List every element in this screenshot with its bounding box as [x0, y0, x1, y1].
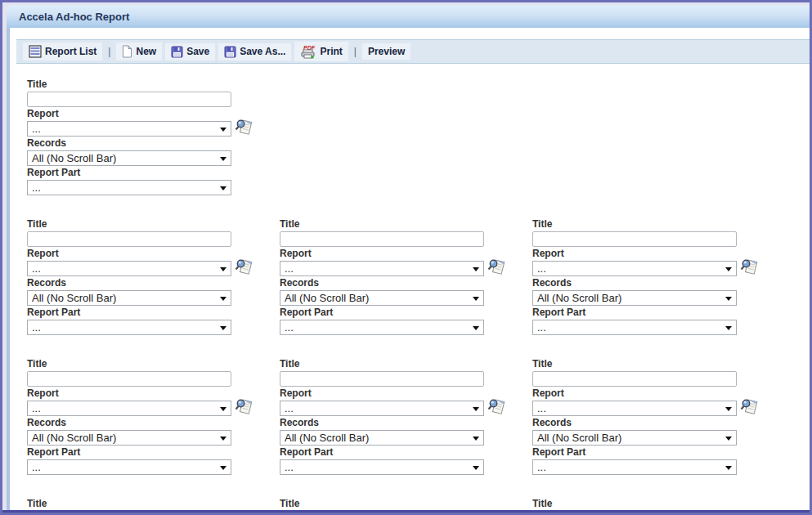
records-select-value: All (No Scroll Bar) — [537, 292, 621, 304]
caret-down-icon — [220, 128, 227, 132]
report-lookup-icon[interactable] — [235, 117, 253, 137]
records-select[interactable]: All (No Scroll Bar) — [27, 430, 231, 446]
report-label: Report — [280, 249, 484, 259]
report-part-select-value: ... — [537, 321, 546, 334]
records-select[interactable]: All (No Scroll Bar) — [532, 430, 737, 446]
caret-down-icon — [725, 407, 732, 411]
caret-down-icon — [473, 437, 479, 441]
records-select[interactable]: All (No Scroll Bar) — [27, 290, 231, 306]
report-panel-row: Title Report ... — [27, 219, 810, 337]
title-input[interactable] — [280, 231, 484, 247]
save-as-label: Save As... — [240, 46, 285, 57]
report-lookup-icon[interactable] — [740, 257, 758, 277]
report-part-label: Report Part — [27, 447, 231, 458]
records-select-value: All (No Scroll Bar) — [285, 292, 369, 304]
report-lookup-icon[interactable] — [487, 396, 505, 417]
records-label: Records — [27, 138, 231, 149]
report-part-label: Report Part — [27, 307, 231, 318]
report-part-select[interactable]: ... — [280, 459, 484, 475]
report-select[interactable]: ... — [532, 401, 737, 416]
report-select-row: ... — [532, 261, 737, 276]
caret-down-icon — [725, 326, 732, 330]
report-panels-grid: Title Report ... — [27, 79, 810, 513]
records-label: Records — [280, 418, 484, 428]
report-select[interactable]: ... — [27, 401, 231, 416]
report-panel: Title Report ... — [27, 219, 231, 337]
records-select-row: All (No Scroll Bar) — [27, 430, 231, 446]
records-select[interactable]: All (No Scroll Bar) — [280, 430, 484, 446]
page-title: Accela Ad-hoc Report — [19, 11, 129, 23]
new-label: New — [136, 46, 156, 57]
report-select-row: ... — [280, 401, 484, 416]
caret-down-icon — [220, 297, 227, 301]
title-label: Title — [532, 499, 737, 509]
report-panel: Title Report ... — [27, 359, 231, 477]
title-input[interactable] — [27, 231, 231, 247]
caret-down-icon — [473, 297, 479, 301]
caret-down-icon — [220, 267, 227, 271]
caret-down-icon — [220, 437, 227, 441]
save-as-button[interactable]: Save As... — [218, 43, 291, 60]
report-select[interactable]: ... — [27, 121, 231, 137]
report-lookup-icon[interactable] — [740, 396, 758, 417]
caret-down-icon — [220, 466, 227, 470]
report-part-select-row: ... — [27, 180, 231, 195]
report-part-select-row: ... — [532, 320, 737, 335]
records-select-row: All (No Scroll Bar) — [532, 430, 737, 446]
title-input[interactable] — [27, 92, 231, 107]
records-select[interactable]: All (No Scroll Bar) — [27, 150, 231, 166]
save-button[interactable]: Save — [165, 43, 215, 60]
report-select[interactable]: ... — [280, 261, 484, 276]
report-select[interactable]: ... — [280, 401, 484, 416]
caret-down-icon — [220, 157, 227, 161]
report-list-icon — [29, 45, 42, 58]
toolbar-separator: | — [108, 46, 110, 57]
report-list-button[interactable]: Report List — [23, 43, 102, 60]
report-part-select-row: ... — [27, 459, 231, 475]
title-label: Title — [280, 359, 484, 369]
report-part-select[interactable]: ... — [27, 459, 231, 475]
report-lookup-icon[interactable] — [487, 257, 505, 277]
title-input[interactable] — [532, 371, 737, 387]
report-select-row: ... — [280, 261, 484, 276]
title-input[interactable] — [280, 371, 484, 387]
new-button[interactable]: New — [116, 43, 162, 60]
report-part-select[interactable]: ... — [532, 459, 737, 475]
report-part-label: Report Part — [280, 447, 484, 458]
window-body: Report List | New — [7, 28, 810, 513]
title-label: Title — [532, 219, 737, 230]
save-as-icon — [224, 46, 236, 58]
save-label: Save — [186, 46, 209, 57]
report-part-select[interactable]: ... — [27, 320, 231, 335]
title-input[interactable] — [27, 371, 231, 387]
report-part-select[interactable]: ... — [532, 320, 737, 335]
save-icon — [171, 46, 183, 58]
report-select-value: ... — [537, 402, 546, 414]
report-panel: Title Report ... — [27, 79, 231, 197]
records-select[interactable]: All (No Scroll Bar) — [532, 290, 737, 306]
report-select-row: ... — [532, 401, 737, 416]
title-label: Title — [280, 499, 484, 509]
records-label: Records — [532, 418, 737, 428]
report-lookup-icon[interactable] — [235, 396, 253, 417]
records-select-value: All (No Scroll Bar) — [32, 292, 116, 304]
records-select[interactable]: All (No Scroll Bar) — [280, 290, 484, 306]
records-label: Records — [27, 278, 231, 289]
report-panel: Title Report ... — [280, 359, 484, 477]
report-select-value: ... — [32, 123, 41, 135]
report-lookup-icon[interactable] — [235, 257, 253, 277]
records-select-row: All (No Scroll Bar) — [27, 290, 231, 306]
records-select-row: All (No Scroll Bar) — [27, 150, 231, 166]
records-select-value: All (No Scroll Bar) — [537, 432, 621, 444]
records-label: Records — [280, 278, 484, 289]
preview-button[interactable]: Preview — [362, 43, 410, 60]
report-select[interactable]: ... — [532, 261, 737, 276]
report-panel: Title Report ... — [532, 219, 737, 337]
report-select[interactable]: ... — [27, 261, 231, 276]
report-part-select[interactable]: ... — [27, 180, 231, 195]
report-form-area: Title Report ... — [10, 64, 810, 513]
report-part-select[interactable]: ... — [280, 320, 484, 335]
title-input[interactable] — [532, 231, 737, 247]
print-button[interactable]: PDF Print — [294, 42, 348, 61]
report-label: Report — [27, 109, 231, 119]
